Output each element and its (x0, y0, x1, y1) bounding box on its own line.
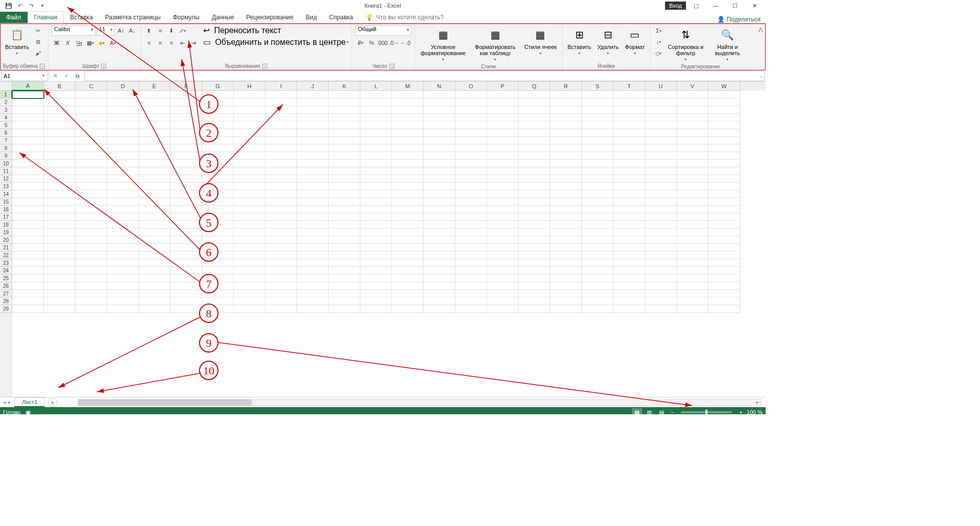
cell-R12[interactable] (550, 175, 582, 183)
cell-K20[interactable] (329, 236, 360, 244)
cell-R18[interactable] (550, 221, 582, 229)
cell-U18[interactable] (645, 221, 677, 229)
cell-S27[interactable] (582, 290, 614, 297)
cell-J5[interactable] (297, 121, 329, 129)
cell-T5[interactable] (614, 121, 645, 129)
cell-Q14[interactable] (519, 190, 550, 198)
cell-A24[interactable] (12, 267, 44, 274)
cell-B16[interactable] (44, 206, 76, 213)
cell-G5[interactable] (202, 121, 234, 129)
cell-O24[interactable] (455, 267, 487, 274)
column-header-L[interactable]: L (360, 82, 392, 91)
cell-D9[interactable] (107, 152, 139, 160)
cell-F7[interactable] (170, 137, 202, 144)
cell-F16[interactable] (170, 206, 202, 213)
cell-Q23[interactable] (519, 259, 550, 267)
row-header-19[interactable]: 19 (0, 229, 12, 236)
cell-G20[interactable] (202, 236, 234, 244)
cell-R11[interactable] (550, 167, 582, 175)
cell-H26[interactable] (234, 282, 265, 290)
cell-G6[interactable] (202, 129, 234, 137)
cell-H11[interactable] (234, 167, 265, 175)
cell-R5[interactable] (550, 121, 582, 129)
cell-M13[interactable] (392, 183, 424, 190)
cell-K21[interactable] (329, 244, 360, 252)
column-header-P[interactable]: P (487, 82, 519, 91)
cell-N29[interactable] (424, 305, 455, 313)
cell-O18[interactable] (455, 221, 487, 229)
tab-formulas[interactable]: Формулы (167, 12, 206, 23)
cell-G9[interactable] (202, 152, 234, 160)
cell-O2[interactable] (455, 98, 487, 106)
delete-cells-button[interactable]: ⊟Удалить (595, 26, 621, 57)
cell-W8[interactable] (708, 144, 740, 152)
cell-R7[interactable] (550, 137, 582, 144)
cell-N16[interactable] (424, 206, 455, 213)
bold-button[interactable]: Ж (52, 38, 62, 48)
column-header-D[interactable]: D (107, 82, 139, 91)
row-header-15[interactable]: 15 (0, 198, 12, 206)
cell-C28[interactable] (76, 297, 107, 305)
cell-S21[interactable] (582, 244, 614, 252)
autosum-icon[interactable]: Σ (653, 26, 664, 36)
cell-J8[interactable] (297, 144, 329, 152)
cell-M2[interactable] (392, 98, 424, 106)
cell-K6[interactable] (329, 129, 360, 137)
column-header-J[interactable]: J (297, 82, 329, 91)
column-header-B[interactable]: B (44, 82, 76, 91)
cell-P1[interactable] (487, 91, 519, 98)
cell-V16[interactable] (677, 206, 708, 213)
cell-N17[interactable] (424, 213, 455, 221)
cell-U28[interactable] (645, 297, 677, 305)
cell-L23[interactable] (360, 259, 392, 267)
cell-A18[interactable] (12, 221, 44, 229)
cell-O27[interactable] (455, 290, 487, 297)
cell-V14[interactable] (677, 190, 708, 198)
page-break-view-icon[interactable]: ▤ (656, 408, 667, 414)
row-header-4[interactable]: 4 (0, 114, 12, 121)
cell-J2[interactable] (297, 98, 329, 106)
zoom-slider[interactable] (681, 411, 732, 413)
cell-C11[interactable] (76, 167, 107, 175)
cell-J15[interactable] (297, 198, 329, 206)
cell-D25[interactable] (107, 274, 139, 282)
cell-O25[interactable] (455, 274, 487, 282)
share-button[interactable]: 👤 Поделиться (717, 16, 761, 23)
cell-K7[interactable] (329, 137, 360, 144)
row-header-3[interactable]: 3 (0, 106, 12, 114)
cell-G29[interactable] (202, 305, 234, 313)
cell-C29[interactable] (76, 305, 107, 313)
normal-view-icon[interactable]: ▦ (632, 408, 642, 414)
clear-icon[interactable]: ◇ (653, 48, 664, 58)
cell-R3[interactable] (550, 106, 582, 114)
cell-M1[interactable] (392, 91, 424, 98)
cell-M4[interactable] (392, 114, 424, 121)
cell-A10[interactable] (12, 160, 44, 167)
cell-C6[interactable] (76, 129, 107, 137)
cell-W29[interactable] (708, 305, 740, 313)
cell-U20[interactable] (645, 236, 677, 244)
cell-F1[interactable] (170, 91, 202, 98)
column-header-F[interactable]: F (170, 82, 202, 91)
row-header-29[interactable]: 29 (0, 305, 12, 313)
scroll-right-icon[interactable]: ▸ (754, 399, 761, 406)
cell-G16[interactable] (202, 206, 234, 213)
cell-J26[interactable] (297, 282, 329, 290)
cell-M18[interactable] (392, 221, 424, 229)
cell-N19[interactable] (424, 229, 455, 236)
cell-T12[interactable] (614, 175, 645, 183)
cell-N8[interactable] (424, 144, 455, 152)
cell-B5[interactable] (44, 121, 76, 129)
conditional-formatting-button[interactable]: ▦Условное форматирование (418, 26, 468, 63)
align-bottom-icon[interactable]: ⬇ (166, 26, 177, 36)
column-header-O[interactable]: O (455, 82, 487, 91)
cell-D21[interactable] (107, 244, 139, 252)
cell-U7[interactable] (645, 137, 677, 144)
cell-G22[interactable] (202, 252, 234, 259)
cell-C21[interactable] (76, 244, 107, 252)
cell-P6[interactable] (487, 129, 519, 137)
cell-K2[interactable] (329, 98, 360, 106)
cell-H4[interactable] (234, 114, 265, 121)
cell-E21[interactable] (139, 244, 170, 252)
cell-F11[interactable] (170, 167, 202, 175)
